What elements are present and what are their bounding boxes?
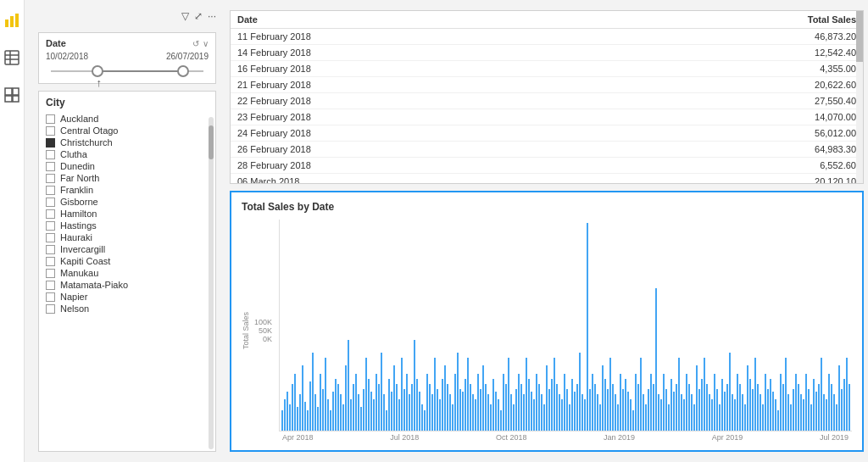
chart-bar[interactable] <box>424 410 426 431</box>
chart-bar[interactable] <box>574 392 576 431</box>
chart-bar[interactable] <box>757 384 759 431</box>
city-list-item[interactable]: Hauraki <box>46 232 209 242</box>
chart-bar[interactable] <box>607 389 609 431</box>
table-row[interactable]: 06 March 201820,120.10 <box>231 174 863 185</box>
chart-bar[interactable] <box>772 392 774 431</box>
chart-bar[interactable] <box>554 358 555 431</box>
chart-bar[interactable] <box>543 404 545 431</box>
chart-bar[interactable] <box>477 374 479 431</box>
chart-bar[interactable] <box>447 384 448 431</box>
chart-bar[interactable] <box>465 379 466 431</box>
chart-bar[interactable] <box>803 399 804 431</box>
chart-bar[interactable] <box>678 358 680 431</box>
city-list-item[interactable]: Nelson <box>46 303 209 314</box>
chart-bar[interactable] <box>353 384 354 431</box>
chart-bar[interactable] <box>749 379 751 431</box>
city-checkbox[interactable] <box>46 304 55 314</box>
chart-bar[interactable] <box>411 384 413 431</box>
chart-bar[interactable] <box>297 407 298 431</box>
city-checkbox[interactable] <box>46 174 55 183</box>
chart-bar[interactable] <box>401 358 403 431</box>
chart-bar[interactable] <box>485 384 487 431</box>
chart-bar[interactable] <box>643 394 644 431</box>
chart-bar[interactable] <box>775 399 776 431</box>
chart-bar[interactable] <box>370 392 372 431</box>
city-checkbox[interactable] <box>46 162 55 171</box>
city-scrollbar[interactable] <box>209 117 214 449</box>
chart-bar[interactable] <box>782 384 784 431</box>
city-list-item[interactable]: Christchurch <box>46 137 209 148</box>
chart-bar[interactable] <box>383 394 385 431</box>
chart-bar[interactable] <box>551 379 553 431</box>
city-checkbox[interactable] <box>46 292 55 302</box>
chart-bar[interactable] <box>386 410 387 431</box>
chart-bar[interactable] <box>587 223 588 431</box>
chart-bar[interactable] <box>292 384 293 431</box>
chart-bar[interactable] <box>391 392 392 431</box>
chart-bar[interactable] <box>688 384 690 431</box>
chart-bar[interactable] <box>584 399 586 431</box>
chart-bar[interactable] <box>754 358 756 431</box>
chart-bar[interactable] <box>561 399 563 431</box>
chart-bar[interactable] <box>711 399 713 431</box>
chart-bar[interactable] <box>795 374 797 431</box>
chart-bar[interactable] <box>609 358 611 431</box>
chart-bar[interactable] <box>681 394 682 431</box>
chart-bar[interactable] <box>800 394 802 431</box>
chart-bar[interactable] <box>289 404 291 431</box>
chart-bar[interactable] <box>658 394 659 431</box>
chart-bar[interactable] <box>508 358 509 431</box>
table-scrollbar-thumb[interactable] <box>856 11 863 62</box>
chart-bar[interactable] <box>403 389 405 431</box>
chart-bar[interactable] <box>559 394 560 431</box>
chart-bar[interactable] <box>495 392 497 431</box>
chart-bar[interactable] <box>813 379 815 431</box>
table-row[interactable]: 26 February 201864,983.30 <box>231 142 863 158</box>
chart-bar[interactable] <box>655 288 657 431</box>
chart-bar[interactable] <box>617 404 619 431</box>
chart-bar[interactable] <box>523 394 525 431</box>
chart-bar[interactable] <box>683 399 685 431</box>
chart-bar[interactable] <box>360 407 362 431</box>
expand-icon[interactable]: ⤢ <box>194 10 203 22</box>
chart-bar[interactable] <box>650 374 652 431</box>
chart-bar[interactable] <box>805 374 807 431</box>
chart-bar[interactable] <box>721 379 723 431</box>
city-checkbox[interactable] <box>46 138 55 148</box>
chart-bar[interactable] <box>332 392 334 431</box>
chart-bar[interactable] <box>663 374 665 431</box>
city-checkbox[interactable] <box>46 245 55 254</box>
chart-bar[interactable] <box>345 365 347 431</box>
city-list-item[interactable]: Hamilton <box>46 209 209 219</box>
chart-bar[interactable] <box>564 374 565 431</box>
slicer-reset-icon[interactable]: ↺ <box>192 39 199 48</box>
chart-bar[interactable] <box>396 384 398 431</box>
chart-bar[interactable] <box>747 365 748 431</box>
chart-bar[interactable] <box>337 384 339 431</box>
chart-bar[interactable] <box>843 379 845 431</box>
city-list-item[interactable]: Clutha <box>46 149 209 159</box>
chart-bar[interactable] <box>536 374 537 431</box>
chart-bar[interactable] <box>604 379 606 431</box>
chart-bar[interactable] <box>322 389 324 431</box>
chart-bar[interactable] <box>442 379 443 431</box>
chart-bar[interactable] <box>793 389 794 431</box>
chart-bar[interactable] <box>304 402 306 431</box>
chart-bar[interactable] <box>569 404 570 431</box>
city-list-item[interactable]: Matamata-Piako <box>46 280 209 290</box>
city-list-item[interactable]: Gisborne <box>46 197 209 207</box>
chart-bar[interactable] <box>365 358 367 431</box>
chart-bar[interactable] <box>719 404 721 431</box>
chart-bar[interactable] <box>620 374 621 431</box>
chart-bar[interactable] <box>709 394 710 431</box>
table-row[interactable]: 16 February 20184,355.00 <box>231 61 863 77</box>
chart-bar[interactable] <box>594 384 596 431</box>
chart-bar[interactable] <box>376 374 377 431</box>
chart-bar[interactable] <box>645 404 647 431</box>
chart-bar[interactable] <box>518 374 520 431</box>
table-row[interactable]: 28 February 20186,552.60 <box>231 158 863 174</box>
chart-bar[interactable] <box>398 399 400 431</box>
filter-icon[interactable]: ▽ <box>181 10 189 22</box>
chart-bar[interactable] <box>363 389 364 431</box>
table-row[interactable]: 24 February 201856,012.00 <box>231 125 863 142</box>
